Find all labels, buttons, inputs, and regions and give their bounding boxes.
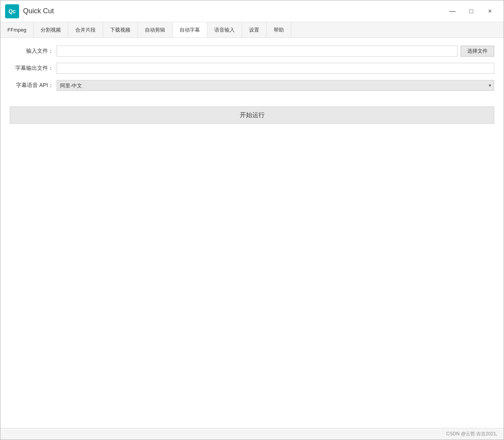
menu-item-merge-label: 合并片段 (75, 27, 96, 34)
menu-bar: FFmpeg 分割视频 合并片段 下载视频 自动剪辑 自动字幕 语音输入 设置 … (0, 22, 504, 38)
app-logo: Qc (5, 4, 19, 18)
subtitle-api-select-wrapper: 阿里-中文 百度-中文 讯飞-中文 Google-English ▾ (57, 80, 494, 91)
subtitle-api-label: 字幕语音 API： (10, 82, 57, 89)
menu-item-download[interactable]: 下载视频 (103, 22, 138, 37)
footer: CSDN @云哲·吉吉2021, (0, 428, 504, 440)
menu-item-help[interactable]: 帮助 (267, 22, 291, 37)
subtitle-output-label: 字幕输出文件： (10, 65, 57, 72)
window-controls: — □ × (443, 5, 499, 18)
menu-item-auto-subtitle[interactable]: 自动字幕 (173, 22, 207, 37)
maximize-button[interactable]: □ (462, 5, 480, 18)
content-area: 输入文件： 选择文件 字幕输出文件： 字幕语音 API： 阿里-中文 百度-中文… (0, 38, 504, 428)
menu-item-settings[interactable]: 设置 (242, 22, 267, 37)
title-bar: Qc Quick Cut — □ × (0, 0, 504, 22)
menu-item-help-label: 帮助 (274, 27, 284, 34)
subtitle-api-row: 字幕语音 API： 阿里-中文 百度-中文 讯飞-中文 Google-Engli… (10, 80, 494, 91)
menu-item-ffmpeg[interactable]: FFmpeg (0, 22, 34, 37)
menu-item-split[interactable]: 分割视频 (34, 22, 68, 37)
menu-item-auto-edit-label: 自动剪辑 (145, 27, 165, 34)
menu-item-settings-label: 设置 (249, 27, 259, 34)
menu-item-ffmpeg-label: FFmpeg (7, 27, 26, 33)
select-file-button[interactable]: 选择文件 (461, 46, 494, 57)
subtitle-output-field[interactable] (57, 63, 494, 74)
subtitle-api-select[interactable]: 阿里-中文 百度-中文 讯飞-中文 Google-English (57, 80, 494, 91)
input-file-row: 输入文件： 选择文件 (10, 46, 494, 57)
run-button[interactable]: 开始运行 (10, 106, 494, 124)
menu-item-merge[interactable]: 合并片段 (68, 22, 103, 37)
menu-item-voice-input-label: 语音输入 (214, 27, 235, 34)
input-file-field[interactable] (57, 46, 458, 57)
menu-item-auto-edit[interactable]: 自动剪辑 (138, 22, 173, 37)
menu-item-auto-subtitle-label: 自动字幕 (180, 27, 200, 34)
spacer (10, 97, 494, 103)
main-window: Qc Quick Cut — □ × FFmpeg 分割视频 合并片段 下载视频… (0, 0, 504, 440)
close-button[interactable]: × (481, 5, 499, 18)
footer-text: CSDN @云哲·吉吉2021, (446, 431, 497, 437)
input-file-label: 输入文件： (10, 48, 57, 55)
menu-item-split-label: 分割视频 (41, 27, 61, 34)
subtitle-output-row: 字幕输出文件： (10, 63, 494, 74)
minimize-button[interactable]: — (443, 5, 461, 18)
menu-item-download-label: 下载视频 (110, 27, 130, 34)
menu-item-voice-input[interactable]: 语音输入 (207, 22, 242, 37)
app-title: Quick Cut (23, 7, 443, 15)
